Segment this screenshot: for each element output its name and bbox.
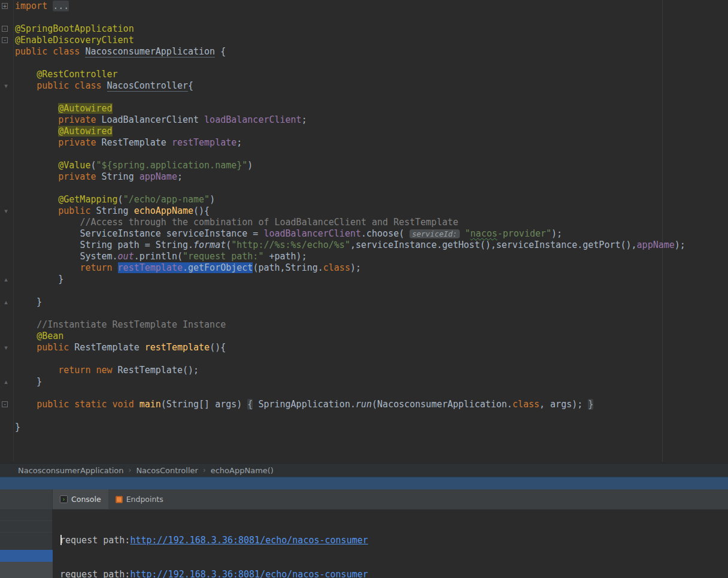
- console-link[interactable]: http://192.168.3.36:8081/echo/nacos-cons…: [130, 535, 368, 546]
- toolwindow-left-panel: [0, 509, 53, 578]
- code-line[interactable]: @EnableDiscoveryClient: [15, 35, 685, 46]
- fold-marker-icon[interactable]: +: [2, 3, 8, 9]
- code-line[interactable]: private LoadBalancerClient loadBalancerC…: [15, 114, 685, 126]
- fold-marker-icon[interactable]: ▴: [2, 299, 10, 305]
- code-token: nacos: [471, 228, 498, 239]
- code-line[interactable]: //Instantiate RestTemplate Instance: [15, 319, 685, 331]
- code-token: [15, 160, 58, 171]
- code-token: (){: [193, 205, 210, 216]
- code-line[interactable]: }: [15, 376, 685, 388]
- code-token: public: [37, 342, 74, 353]
- code-line[interactable]: [15, 92, 685, 103]
- code-token: @Autowired: [58, 103, 112, 114]
- code-line[interactable]: [15, 58, 685, 69]
- code-token: [15, 331, 37, 341]
- code-line[interactable]: @GetMapping("/echo/app-name"): [15, 194, 685, 205]
- breadcrumb-item[interactable]: echoAppName(): [211, 466, 274, 475]
- fold-marker-icon[interactable]: ▾: [2, 83, 10, 89]
- fold-marker-icon[interactable]: ▾: [2, 208, 10, 214]
- code-token: main: [139, 399, 161, 410]
- code-line[interactable]: [15, 12, 685, 23]
- code-token: [15, 103, 58, 114]
- code-line[interactable]: }: [15, 274, 685, 285]
- code-token: out: [118, 251, 134, 262]
- endpoints-icon: [116, 496, 123, 503]
- code-line[interactable]: [15, 353, 685, 365]
- code-line[interactable]: return new RestTemplate();: [15, 365, 685, 376]
- code-token: {: [215, 46, 226, 57]
- fold-marker-icon[interactable]: -: [2, 37, 8, 43]
- code-line[interactable]: ServiceInstance serviceInstance = loadBa…: [15, 228, 685, 240]
- code-token: [15, 342, 37, 353]
- code-line[interactable]: [15, 183, 685, 194]
- code-line[interactable]: @Value("${spring.application.name}"): [15, 160, 685, 171]
- code-line[interactable]: @SpringBootApplication: [15, 23, 685, 35]
- code-token: [15, 217, 80, 228]
- code-line[interactable]: return restTemplate.getForObject(path,St…: [15, 262, 685, 274]
- selected-item-highlight[interactable]: [0, 550, 53, 562]
- code-line[interactable]: @Bean: [15, 331, 685, 342]
- code-line[interactable]: private String appName;: [15, 171, 685, 183]
- code-line[interactable]: }: [15, 422, 685, 433]
- code-token: //Instantiate RestTemplate Instance: [37, 319, 226, 330]
- code-token: (NacosconsumerApplication.: [372, 399, 512, 410]
- code-line[interactable]: System.out.println("request path:" +path…: [15, 251, 685, 262]
- code-line[interactable]: public String echoAppName(){: [15, 205, 685, 217]
- fold-marker-icon[interactable]: ▾: [2, 344, 10, 351]
- tab-console[interactable]: Console: [53, 489, 108, 509]
- code-line[interactable]: [15, 285, 685, 296]
- code-token: }: [15, 376, 42, 387]
- row-divider: [0, 532, 53, 532]
- code-token: restTemplate: [145, 342, 210, 353]
- code-line[interactable]: public RestTemplate restTemplate(){: [15, 342, 685, 353]
- code-token: @RestController: [37, 69, 117, 80]
- code-token: "${spring.application.name}": [96, 160, 247, 171]
- code-line[interactable]: [15, 308, 685, 319]
- code-line[interactable]: @Autowired: [15, 126, 685, 137]
- code-token: ": [465, 228, 471, 239]
- code-line[interactable]: public class NacosconsumerApplication {: [15, 46, 685, 58]
- fold-marker-icon[interactable]: -: [2, 26, 8, 32]
- code-line[interactable]: [15, 388, 685, 399]
- code-token: public: [58, 205, 96, 216]
- row-divider: [0, 520, 53, 521]
- tab-endpoints[interactable]: Endpoints: [108, 489, 171, 509]
- console-link[interactable]: http://192.168.3.36:8081/echo/nacos-cons…: [130, 569, 368, 578]
- code-line[interactable]: import ...: [15, 1, 685, 12]
- code-token: RestTemplate: [102, 137, 172, 148]
- code-token: echoAppName: [134, 205, 193, 216]
- console-panel[interactable]: request path:http://192.168.3.36:8081/ec…: [0, 509, 728, 578]
- editor[interactable]: import ...@SpringBootApplication@EnableD…: [0, 0, 728, 463]
- code-token: public class: [15, 46, 85, 57]
- code-token: @Bean: [37, 331, 63, 341]
- code-line[interactable]: }: [15, 296, 685, 308]
- code-line[interactable]: @Autowired: [15, 103, 685, 114]
- code-token: run: [356, 399, 372, 410]
- code-line[interactable]: [15, 410, 685, 422]
- code-area[interactable]: import ...@SpringBootApplication@EnableD…: [15, 1, 685, 433]
- code-line[interactable]: //Access through the combination of Load…: [15, 217, 685, 228]
- code-token: (: [118, 194, 123, 205]
- tab-label: Console: [71, 495, 101, 504]
- code-line[interactable]: String path = String.format("http://%s:%…: [15, 240, 685, 251]
- code-line[interactable]: public static void main(String[] args) {…: [15, 399, 685, 410]
- code-line[interactable]: public class NacosController{: [15, 80, 685, 92]
- code-token: [15, 126, 58, 137]
- code-token: [460, 228, 465, 239]
- fold-marker-icon[interactable]: -: [2, 401, 8, 407]
- fold-marker-icon[interactable]: ▴: [2, 379, 10, 385]
- code-line[interactable]: @RestController: [15, 69, 685, 80]
- code-token: RestTemplate();: [118, 365, 199, 376]
- code-token: RestTemplate: [74, 342, 144, 353]
- left-panel-footer: [0, 562, 53, 578]
- breadcrumb-item[interactable]: NacosconsumerApplication: [18, 466, 124, 475]
- code-token: String: [96, 205, 134, 216]
- code-line[interactable]: private RestTemplate restTemplate;: [15, 137, 685, 149]
- breadcrumb-item[interactable]: NacosController: [136, 466, 198, 475]
- code-token: public static void: [37, 399, 139, 410]
- console-text: request path:: [60, 535, 130, 546]
- gutter-divider: [13, 0, 14, 462]
- fold-marker-icon[interactable]: ▴: [2, 276, 10, 283]
- code-line[interactable]: [15, 149, 685, 160]
- code-token: [15, 228, 80, 239]
